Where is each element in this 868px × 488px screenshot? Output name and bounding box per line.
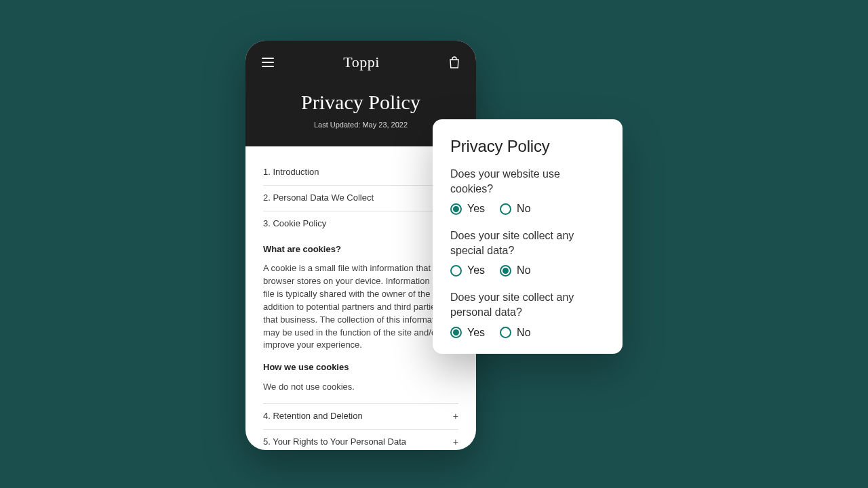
question-special-data: Does your site collect any special data? — [450, 228, 605, 258]
card-title: Privacy Policy — [450, 137, 605, 156]
expand-icon: + — [453, 411, 458, 421]
radio-personal-yes[interactable]: Yes — [450, 327, 485, 339]
options-personal-data: Yes No — [450, 327, 605, 339]
shopping-bag-icon[interactable] — [449, 56, 460, 68]
radio-label: No — [517, 203, 530, 215]
brand-logo: Toppi — [343, 54, 380, 71]
radio-icon — [500, 265, 511, 277]
section-heading-what-are-cookies: What are cookies? — [263, 243, 458, 256]
radio-cookies-yes[interactable]: Yes — [450, 203, 485, 215]
toc-item-cookie-policy[interactable]: 3. Cookie Policy — [263, 211, 458, 237]
options-cookies: Yes No — [450, 203, 605, 215]
toc-label: 4. Retention and Deletion — [263, 410, 363, 423]
toc-item-personal-data[interactable]: 2. Personal Data We Collect — [263, 186, 458, 211]
toc-label: 5. Your Rights to Your Personal Data — [263, 436, 406, 449]
last-updated: Last Updated: May 23, 2022 — [262, 121, 460, 129]
toc-label: 3. Cookie Policy — [263, 218, 326, 230]
options-special-data: Yes No — [450, 264, 605, 277]
page-title: Privacy Policy — [262, 91, 460, 114]
radio-special-no[interactable]: No — [500, 264, 530, 277]
toc-item-retention[interactable]: 4. Retention and Deletion + — [263, 404, 458, 430]
toc-label: 2. Personal Data We Collect — [263, 192, 374, 205]
section-paragraph: A cookie is a small file with informatio… — [263, 262, 458, 352]
radio-label: Yes — [467, 264, 485, 277]
toc-label: 1. Introduction — [263, 166, 319, 179]
privacy-questionnaire-card: Privacy Policy Does your website use coo… — [433, 119, 623, 354]
toc-item-your-rights[interactable]: 5. Your Rights to Your Personal Data + — [263, 430, 458, 450]
radio-label: Yes — [467, 203, 485, 215]
radio-icon — [500, 327, 511, 338]
radio-label: Yes — [467, 327, 485, 339]
radio-label: No — [517, 327, 530, 339]
question-cookies: Does your website use cookies? — [450, 167, 605, 196]
radio-personal-no[interactable]: No — [500, 327, 530, 339]
radio-icon — [450, 203, 462, 215]
radio-label: No — [517, 264, 530, 277]
radio-icon — [450, 327, 462, 338]
section-paragraph: We do not use cookies. — [263, 381, 458, 394]
menu-icon[interactable] — [262, 58, 274, 67]
phone-topbar: Toppi — [262, 54, 460, 70]
radio-cookies-no[interactable]: No — [500, 203, 530, 215]
question-personal-data: Does your site collect any personal data… — [450, 290, 605, 319]
toc-item-introduction[interactable]: 1. Introduction — [263, 160, 458, 186]
radio-special-yes[interactable]: Yes — [450, 264, 485, 277]
radio-icon — [500, 203, 511, 215]
radio-icon — [450, 265, 462, 277]
expand-icon: + — [453, 437, 458, 447]
section-heading-how-we-use-cookies: How we use cookies — [263, 361, 458, 374]
